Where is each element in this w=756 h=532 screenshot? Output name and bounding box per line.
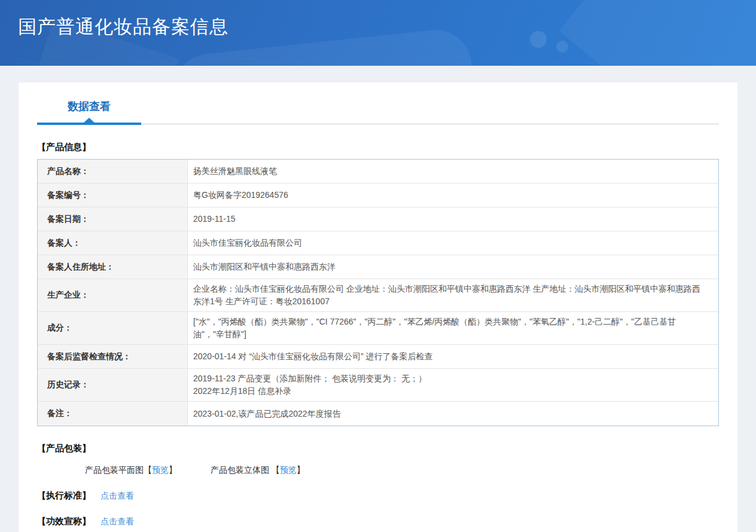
table-row: 备案日期： 2019-11-15 (38, 207, 718, 231)
packaging-flat-item: 产品包装平面图【预览】 (85, 465, 179, 475)
row-value: 2020-01-14 对 “汕头市佳宝丽化妆品有限公司” 进行了备案后检查 (188, 345, 718, 368)
standard-section-row: 【执行标准】 点击查看 (37, 490, 719, 502)
standard-view-link[interactable]: 点击查看 (100, 491, 134, 500)
row-label: 备案人住所地址： (38, 255, 188, 279)
row-label: 备案人： (38, 231, 188, 255)
bracket-close: 】 (297, 465, 305, 475)
packaging-flat-preview-link[interactable]: 预览 (152, 465, 169, 475)
efficacy-section-title: 【功效宣称】 (37, 516, 91, 526)
packaging-3d-preview-link[interactable]: 预览 (280, 465, 297, 475)
row-label: 备案编号： (38, 184, 188, 207)
table-row: 备案人： 汕头市佳宝丽化妆品有限公司 (38, 231, 718, 255)
product-info-section-title: 【产品信息】 (37, 142, 719, 153)
tab-data-view-label: 数据查看 (68, 100, 111, 112)
row-label: 生产企业： (38, 279, 188, 311)
table-row: 成分： ["水"，"丙烯酸（酯）类共聚物"，"CI 77266"，"丙二醇"，"… (38, 312, 718, 345)
packaging-3d-label: 产品包装立体图 (211, 465, 272, 475)
table-row: 历史记录： 2019-11-23 产品变更（添加新附件； 包装说明变更为： 无；… (38, 369, 718, 402)
table-row: 备案编号： 粤G妆网备字2019264576 (38, 184, 718, 207)
row-label: 备注： (38, 402, 188, 426)
bracket-close: 】 (169, 465, 177, 475)
header-decor-circle (556, 41, 568, 53)
efficacy-view-link[interactable]: 点击查看 (100, 516, 134, 526)
bracket-open: 【 (272, 465, 280, 475)
product-info-table: 产品名称： 扬美丝滑魅黑眼线液笔 备案编号： 粤G妆网备字2019264576 … (37, 159, 719, 426)
row-value: 企业名称：汕头市佳宝丽化妆品有限公司 企业地址：汕头市潮阳区和平镇中寨和惠路西东… (188, 279, 718, 311)
row-label: 历史记录： (38, 369, 188, 401)
page-header: 国产普通化妆品备案信息 (0, 0, 756, 66)
row-value: ["水"，"丙烯酸（酯）类共聚物"，"CI 77266"，"丙二醇"，"苯乙烯/… (188, 312, 718, 344)
row-value: 扬美丝滑魅黑眼线液笔 (188, 160, 718, 183)
tab-active-caret-icon (83, 118, 95, 123)
row-value: 2019-11-15 (188, 207, 718, 231)
packaging-links-row: 产品包装平面图【预览】 产品包装立体图 【预览】 (85, 465, 719, 476)
content-card: 数据查看 【产品信息】 产品名称： 扬美丝滑魅黑眼线液笔 备案编号： 粤G妆网备… (19, 82, 737, 532)
tab-bar: 数据查看 (37, 99, 719, 125)
page-title: 国产普通化妆品备案信息 (0, 0, 756, 39)
table-row: 备案后监督检查情况： 2020-01-14 对 “汕头市佳宝丽化妆品有限公司” … (38, 345, 718, 369)
row-value: 2019-11-23 产品变更（添加新附件； 包装说明变更为： 无；） 2022… (188, 369, 718, 401)
bracket-open: 【 (144, 465, 152, 475)
table-row: 产品名称： 扬美丝滑魅黑眼线液笔 (38, 160, 718, 184)
standard-section-title: 【执行标准】 (37, 490, 91, 500)
row-value: 粤G妆网备字2019264576 (188, 184, 718, 207)
row-label: 成分： (38, 312, 188, 344)
table-row: 生产企业： 企业名称：汕头市佳宝丽化妆品有限公司 企业地址：汕头市潮阳区和平镇中… (38, 279, 718, 312)
row-value: 2023-01-02,该产品已完成2022年度报告 (188, 402, 718, 426)
row-label: 备案日期： (38, 207, 188, 231)
row-label: 备案后监督检查情况： (38, 345, 188, 368)
row-label: 产品名称： (38, 160, 188, 183)
row-value: 汕头市佳宝丽化妆品有限公司 (188, 231, 718, 255)
packaging-3d-item: 产品包装立体图 【预览】 (211, 465, 305, 475)
packaging-flat-label: 产品包装平面图 (85, 465, 144, 475)
row-value: 汕头市潮阳区和平镇中寨和惠路西东洋 (188, 255, 718, 279)
table-row: 备注： 2023-01-02,该产品已完成2022年度报告 (38, 402, 718, 426)
efficacy-section-row: 【功效宣称】 点击查看 (37, 516, 719, 527)
packaging-section-title: 【产品包装】 (37, 443, 719, 454)
tab-data-view[interactable]: 数据查看 (37, 99, 141, 123)
table-row: 备案人住所地址： 汕头市潮阳区和平镇中寨和惠路西东洋 (38, 255, 718, 279)
